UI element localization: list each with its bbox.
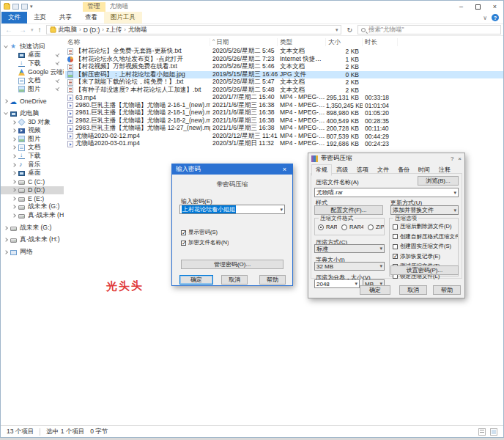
password-help-button[interactable]: 帮助	[259, 275, 286, 285]
chevron-right-icon[interactable]	[4, 226, 8, 230]
rar-tab-注释[interactable]: 注释	[434, 164, 455, 176]
chevron-right-icon[interactable]	[12, 205, 16, 210]
sidebar-item[interactable]: 桌面	[1, 169, 64, 177]
sidebar-item[interactable]: 文档	[1, 76, 64, 85]
breadcrumb-segment[interactable]: 此电脑	[59, 26, 78, 34]
sidebar-item[interactable]: 快速访问	[1, 43, 64, 51]
organize-passwords-button[interactable]: 管理密码(O)...	[181, 260, 284, 269]
password-input[interactable]: 上村花论坛看小姐姐 ▾	[179, 205, 285, 214]
table-row[interactable]: 尤物喵2020-03-01.mp42020/3/1/星期日 11:32MP4 -…	[65, 140, 503, 148]
sidebar-item[interactable]: 3D 对象	[1, 118, 64, 127]
checkbox-icon[interactable]	[393, 234, 398, 239]
checkbox-icon[interactable]	[181, 241, 186, 246]
breadcrumb-segment[interactable]: D (D:)	[84, 26, 100, 34]
format-radio[interactable]: ZIP	[368, 224, 384, 230]
ribbon-expand-chevron-icon[interactable]: ∨	[483, 15, 487, 21]
password-close-icon[interactable]: ×	[281, 166, 289, 173]
radio-icon[interactable]	[318, 224, 324, 230]
chevron-right-icon[interactable]	[12, 213, 16, 218]
chevron-right-icon[interactable]	[4, 238, 8, 242]
customize-qat-chevron-icon[interactable]: ▾	[30, 4, 33, 10]
radio-icon[interactable]	[341, 224, 347, 230]
address-dropdown-chevron-icon[interactable]: ▾	[336, 27, 338, 33]
breadcrumb-segment[interactable]: 尤物喵	[128, 26, 147, 34]
ribbon-tab-0[interactable]: 文件	[1, 12, 27, 23]
up-button[interactable]: ↑	[36, 26, 44, 34]
volume-size-input[interactable]: 2048 ▾	[314, 279, 360, 288]
sidebar-item[interactable]: 战未来 (G:)	[1, 203, 64, 212]
history-chevron-icon[interactable]: ▾	[31, 27, 34, 33]
format-radio[interactable]: RAR4	[341, 224, 363, 230]
rar-tab-文件[interactable]: 文件	[373, 164, 393, 176]
chevron-right-icon[interactable]	[12, 197, 16, 201]
password-option-checkbox[interactable]: 显示密码(S)	[181, 229, 229, 236]
chevron-right-icon[interactable]	[4, 100, 8, 104]
sidebar-item[interactable]: 音乐	[1, 161, 64, 169]
ribbon-tab-1[interactable]: 主页	[27, 12, 53, 23]
chevron-right-icon[interactable]	[12, 163, 16, 167]
browse-button[interactable]: 浏览(B)...	[418, 176, 459, 186]
rar-close-icon[interactable]: ×	[458, 155, 462, 162]
context-tab-manage[interactable]: 管理	[83, 2, 105, 12]
chevron-right-icon[interactable]	[4, 250, 8, 254]
chevron-right-icon[interactable]	[12, 154, 16, 158]
breadcrumb-segment[interactable]: z上传	[106, 26, 122, 34]
ribbon-tab-3[interactable]: 查看	[78, 12, 104, 23]
sidebar-item[interactable]: 视频	[1, 126, 64, 135]
rar-help-button[interactable]: 帮助	[433, 285, 461, 295]
chevron-down-icon[interactable]	[4, 44, 8, 48]
back-button[interactable]: ←	[3, 26, 15, 34]
rar-tab-时间[interactable]: 时间	[414, 164, 434, 176]
archive-option-checkbox[interactable]: 压缩后删除源文件(D)	[393, 223, 458, 230]
sidebar-item[interactable]: E (E:)	[1, 194, 64, 203]
sidebar-item[interactable]: 文档	[1, 144, 64, 153]
column-header-4[interactable]: 大小	[326, 38, 363, 46]
archive-option-checkbox[interactable]: 添加恢复记录(E)	[393, 253, 458, 260]
rar-ok-button[interactable]: 确定	[360, 285, 390, 295]
sidebar-item[interactable]: 此电脑	[1, 109, 64, 118]
profiles-button[interactable]: 配置文件(F)...	[314, 205, 383, 215]
archive-option-checkbox[interactable]: 创建自解压格式压缩文件(X)	[393, 233, 458, 241]
set-password-button[interactable]: 设置密码(P)...	[390, 265, 459, 275]
chevron-right-icon[interactable]	[12, 137, 16, 142]
minimize-button[interactable]: –	[453, 1, 470, 12]
dictionary-size-select[interactable]: 32 MB ▾	[314, 262, 385, 271]
sidebar-item[interactable]: D (D:)	[1, 186, 64, 195]
column-header-5[interactable]: 时长	[363, 38, 398, 46]
details-view-icon[interactable]	[478, 428, 486, 436]
chevron-right-icon[interactable]	[12, 188, 16, 192]
rar-tab-选项[interactable]: 选项	[352, 164, 373, 176]
chevron-down-icon[interactable]: ▾	[452, 190, 456, 196]
checkbox-icon[interactable]	[181, 230, 186, 235]
rar-tab-备份[interactable]: 备份	[393, 164, 414, 176]
help-icon[interactable]: ?	[492, 14, 499, 21]
chevron-down-icon[interactable]: ▾	[452, 208, 456, 213]
chevron-right-icon[interactable]	[12, 128, 16, 133]
sidebar-item[interactable]: 桌面	[1, 51, 64, 60]
rar-cancel-button[interactable]: 取消	[399, 285, 427, 295]
update-mode-select[interactable]: 添加并替换文件 ▾	[390, 205, 459, 215]
sidebar-item[interactable]: 图片	[1, 135, 64, 144]
sidebar-item[interactable]: OneDrive	[1, 98, 64, 106]
sidebar-item[interactable]: 下载	[1, 59, 64, 68]
chevron-down-icon[interactable]: ▾	[353, 281, 357, 287]
sidebar-item[interactable]: Google 云端硬盘	[1, 68, 64, 77]
new-folder-icon[interactable]	[21, 4, 28, 10]
column-header-3[interactable]: 类型	[278, 38, 326, 46]
refresh-icon[interactable]: ↻	[344, 26, 355, 34]
sidebar-item[interactable]: 图片	[1, 85, 64, 94]
chevron-right-icon[interactable]	[12, 171, 16, 175]
thumbnail-view-icon[interactable]	[490, 428, 497, 436]
rar-tab-高级[interactable]: 高级	[332, 164, 352, 176]
checkbox-icon[interactable]	[393, 254, 398, 259]
column-header-2[interactable]: ^日期	[210, 38, 278, 46]
rar-tab-常规[interactable]: 常规	[311, 164, 332, 176]
chevron-down-icon[interactable]: ▾	[278, 207, 283, 213]
forward-button[interactable]: →	[17, 26, 29, 34]
sidebar-item[interactable]: C (C:)	[1, 177, 64, 186]
checkbox-icon[interactable]	[393, 224, 398, 230]
archive-name-input[interactable]: 尤物喵.rar ▾	[314, 188, 459, 197]
properties-icon[interactable]	[12, 4, 19, 10]
chevron-right-icon[interactable]	[12, 145, 16, 150]
archive-option-checkbox[interactable]: 创建固实压缩文件(S)	[393, 243, 458, 250]
